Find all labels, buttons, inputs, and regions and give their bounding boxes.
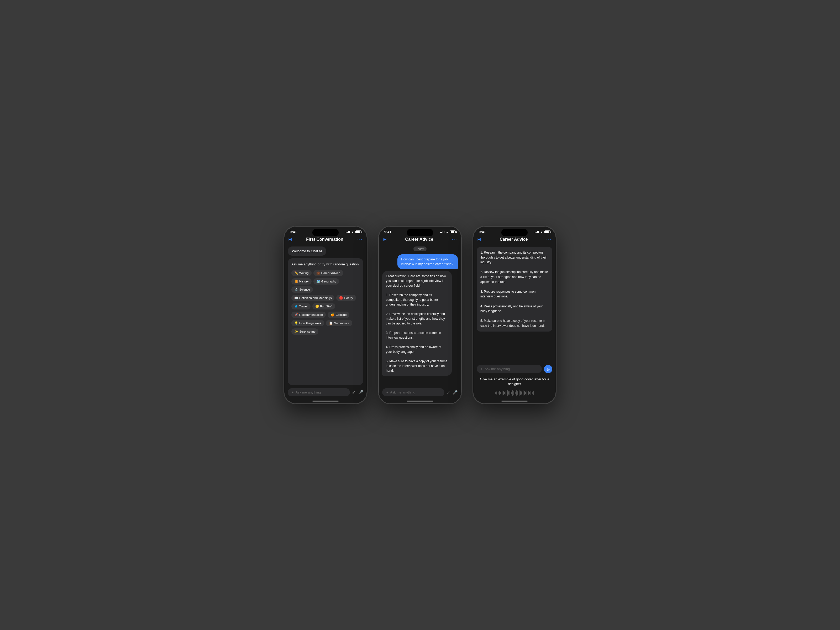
more-icon-1[interactable]: ··· bbox=[357, 237, 363, 242]
response-content: 1. Research the company and its competit… bbox=[473, 245, 556, 363]
wave-bar bbox=[507, 390, 508, 396]
user-message: How can I best prepare for a job intervi… bbox=[398, 254, 458, 269]
date-chip: Today bbox=[414, 246, 426, 251]
wave-bar bbox=[517, 391, 518, 395]
tag-rec-label: Recommendation bbox=[299, 313, 323, 316]
wave-bar bbox=[533, 391, 534, 395]
signal-bars-1 bbox=[346, 231, 350, 234]
input-bar-2: ✦ Ask me anything ⤢ 🎤 bbox=[379, 386, 461, 399]
nav-bar-1: ⊞ First Conversation ··· bbox=[284, 235, 367, 245]
tags-row-6: 💡 How things work 📋 Summaries bbox=[291, 320, 360, 326]
follow-up-question: Give me an example of good cover letter … bbox=[473, 375, 556, 387]
tag-fun[interactable]: 😊 Fun Stuff bbox=[313, 303, 335, 309]
tag-writing[interactable]: ✏️ Writing bbox=[291, 270, 312, 276]
sidebar-icon-2[interactable]: ⊞ bbox=[383, 237, 387, 242]
phone-1: 9:41 ▲ ⊞ First Conversation ··· We bbox=[284, 226, 368, 404]
wave-bar bbox=[519, 390, 519, 396]
history-emoji: 📙 bbox=[294, 279, 298, 283]
signal-bar bbox=[441, 232, 442, 234]
signal-bars-3 bbox=[535, 231, 539, 234]
input-field-3[interactable]: ✦ Ask me anything bbox=[477, 365, 542, 373]
more-icon-2[interactable]: ··· bbox=[452, 237, 457, 242]
wave-bar bbox=[525, 392, 526, 394]
wave-bar bbox=[499, 391, 500, 395]
tag-travel-label: Travel bbox=[299, 305, 308, 308]
tag-travel[interactable]: 🧳 Travel bbox=[291, 303, 311, 309]
wave-bar bbox=[511, 392, 512, 394]
tag-cooking[interactable]: 🍊 Cooking bbox=[328, 312, 349, 318]
wave-bar bbox=[498, 392, 499, 394]
expand-icon-1[interactable]: ⤢ bbox=[352, 390, 355, 395]
wave-bar bbox=[501, 392, 501, 394]
tags-row-3: 📖 Definition and Meanings 🔴 Poetry bbox=[291, 295, 360, 301]
tag-recommendation[interactable]: 🚀 Recommendation bbox=[291, 312, 326, 318]
tag-science[interactable]: 🔬 Science bbox=[291, 286, 313, 293]
tag-sum-label: Summaries bbox=[334, 322, 349, 325]
writing-emoji: ✏️ bbox=[294, 271, 298, 275]
input-bar-1: ✦ Ask me anything ⤢ 🎤 bbox=[284, 386, 367, 399]
signal-bar bbox=[535, 232, 535, 234]
tags-row-4: 🧳 Travel 😊 Fun Stuff bbox=[291, 303, 360, 309]
home-indicator-3 bbox=[501, 401, 527, 402]
wifi-icon-3: ▲ bbox=[540, 231, 543, 234]
tags-row-7: ✨ Surprise me bbox=[291, 328, 360, 335]
rec-emoji: 🚀 bbox=[294, 313, 298, 317]
signal-bar bbox=[349, 231, 350, 234]
tag-definitions[interactable]: 📖 Definition and Meanings bbox=[291, 295, 335, 301]
mic-icon-1[interactable]: 🎤 bbox=[358, 390, 363, 395]
signal-bar bbox=[444, 231, 444, 234]
welcome-section: Ask me anything or try with random quest… bbox=[288, 258, 363, 385]
input-field-2[interactable]: ✦ Ask me anything bbox=[382, 388, 444, 396]
poetry-emoji: 🔴 bbox=[339, 296, 343, 300]
status-icons-1: ▲ bbox=[346, 231, 361, 234]
mic-icon-2[interactable]: 🎤 bbox=[453, 390, 458, 395]
tag-summaries[interactable]: 📋 Summaries bbox=[326, 320, 352, 326]
expand-icon-2[interactable]: ⤢ bbox=[447, 390, 450, 395]
screen-3: 1. Research the company and its competit… bbox=[473, 245, 556, 363]
sidebar-icon-1[interactable]: ⊞ bbox=[288, 237, 292, 242]
tag-history-label: History bbox=[299, 280, 309, 283]
signal-bar bbox=[346, 232, 346, 234]
signal-bars-2 bbox=[440, 231, 445, 234]
send-button[interactable]: ◎ bbox=[544, 365, 552, 373]
tag-geography[interactable]: 🗺️ Geography bbox=[313, 278, 339, 284]
wave-bar bbox=[510, 391, 510, 395]
tag-poetry[interactable]: 🔴 Poetry bbox=[336, 295, 356, 301]
sum-emoji: 📋 bbox=[329, 321, 333, 325]
wave-bar bbox=[529, 392, 530, 394]
travel-emoji: 🧳 bbox=[294, 305, 298, 308]
input-prefix-2: ✦ bbox=[386, 391, 388, 394]
tag-poetry-label: Poetry bbox=[344, 296, 353, 300]
signal-bar bbox=[348, 231, 349, 234]
tag-how-things[interactable]: 💡 How things work bbox=[291, 320, 324, 326]
input-icons-1: ⤢ 🎤 bbox=[352, 390, 363, 395]
signal-bar bbox=[440, 232, 441, 234]
tag-science-label: Science bbox=[299, 288, 310, 291]
tag-career-advice[interactable]: 💼 Career Advice bbox=[313, 270, 343, 276]
battery-fill-3 bbox=[545, 231, 549, 233]
response-bubble: 1. Research the company and its competit… bbox=[477, 247, 552, 332]
tag-surprise-label: Surprise me bbox=[299, 330, 316, 333]
tags-row-1: ✏️ Writing 💼 Career Advice bbox=[291, 270, 360, 276]
tag-history[interactable]: 📙 History bbox=[291, 278, 312, 284]
wave-bar bbox=[496, 392, 497, 395]
dynamic-island-3 bbox=[501, 229, 527, 236]
tag-writing-label: Writing bbox=[299, 272, 309, 275]
home-indicator-2 bbox=[407, 401, 433, 402]
tags-grid: ✏️ Writing 💼 Career Advice 📙 bbox=[291, 270, 360, 335]
welcome-prompt: Ask me anything or try with random quest… bbox=[291, 262, 360, 267]
screen-1: Welcome to Chat AI Ask me anything or tr… bbox=[284, 245, 367, 386]
wave-bar bbox=[521, 392, 522, 395]
tag-cook-label: Cooking bbox=[335, 313, 346, 316]
status-icons-2: ▲ bbox=[440, 231, 456, 234]
wave-bar bbox=[531, 391, 531, 395]
battery-fill-2 bbox=[451, 231, 455, 233]
input-placeholder-2: Ask me anything bbox=[390, 390, 415, 394]
home-indicator-1 bbox=[313, 401, 339, 402]
wave-bar bbox=[527, 390, 527, 396]
dynamic-island-2 bbox=[407, 229, 433, 236]
sidebar-icon-3[interactable]: ⊞ bbox=[477, 237, 481, 242]
tag-surprise[interactable]: ✨ Surprise me bbox=[291, 328, 318, 335]
input-field-1[interactable]: ✦ Ask me anything bbox=[288, 388, 350, 396]
more-icon-3[interactable]: ··· bbox=[546, 237, 552, 242]
